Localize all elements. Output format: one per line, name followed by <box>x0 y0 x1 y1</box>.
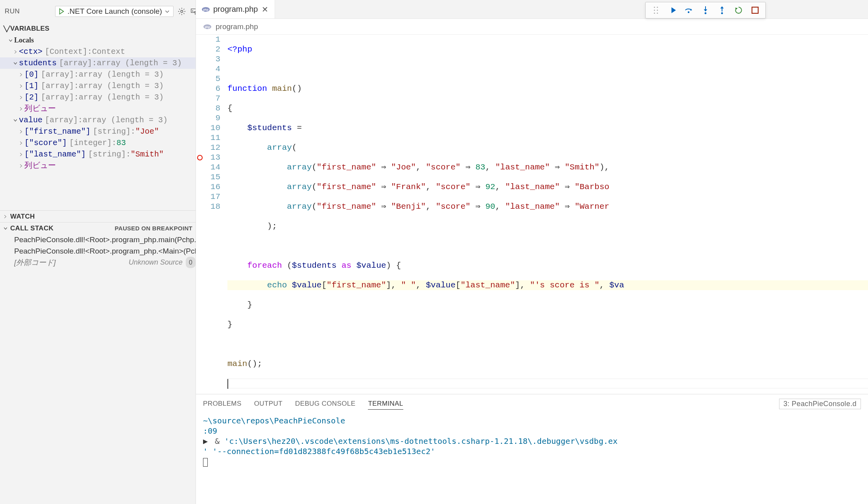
watch-title: WATCH <box>10 213 35 221</box>
chevron-right-icon <box>17 95 24 100</box>
line-number-gutter: 1 2 3 4 5 6 7 8 9 10 11 12 13 14 15 16 1… <box>204 35 227 394</box>
tab-filename: program.php <box>213 5 258 14</box>
var-students-0[interactable]: [0] [array]: array (length = 3) <box>0 69 196 80</box>
var-last-name[interactable]: ["last_name"] [string]: "Smith" <box>0 149 196 160</box>
step-out-icon[interactable] <box>716 4 728 17</box>
chevron-right-icon <box>17 84 24 88</box>
frame-count-badge: 0 <box>186 257 196 268</box>
breakpoint-gutter[interactable] <box>196 35 204 394</box>
var-first-name[interactable]: ["first_name"] [string]: "Joe" <box>0 126 196 137</box>
run-header: RUN .NET Core Launch (console) <box>0 0 196 23</box>
debug-sidebar: RUN .NET Core Launch (console) ╲╱ VARI <box>0 0 196 504</box>
unknown-source-label: Unknown Source <box>129 257 186 268</box>
var-students[interactable]: students [array]: array (length = 3) <box>0 57 196 69</box>
svg-point-7 <box>654 10 655 11</box>
svg-point-5 <box>654 7 655 8</box>
stop-icon[interactable] <box>749 4 761 17</box>
var-column-view-2[interactable]: 列ビュー <box>0 160 196 171</box>
var-value[interactable]: value [array]: array (length = 3) <box>0 114 196 126</box>
chevron-right-icon <box>3 214 10 219</box>
svg-point-13 <box>721 12 723 14</box>
tab-bar: php program.php ✕ <box>196 0 868 19</box>
svg-point-10 <box>657 13 658 14</box>
svg-rect-14 <box>752 7 758 13</box>
step-over-icon[interactable] <box>683 4 695 17</box>
tab-debug-console[interactable]: DEBUG CONSOLE <box>295 398 356 409</box>
terminal-body[interactable]: ~\source\repos\PeachPieConsole :09 ▶ & '… <box>196 413 868 504</box>
chevron-right-icon <box>12 50 19 54</box>
chevron-right-icon <box>17 107 24 111</box>
debug-toolbar[interactable] <box>645 2 766 18</box>
chevron-down-icon[interactable] <box>164 9 170 14</box>
restart-icon[interactable] <box>732 4 745 17</box>
tab-problems[interactable]: PROBLEMS <box>203 398 242 409</box>
callstack-body: PeachPieConsole.dll!<Root>.program_php.m… <box>0 234 196 268</box>
variables-body: Locals <ctx> [Context]: Context students… <box>0 35 196 171</box>
watch-section-header[interactable]: WATCH <box>0 210 196 222</box>
chevron-right-icon <box>17 164 24 168</box>
var-score[interactable]: ["score"] [integer]: 83 <box>0 137 196 149</box>
gear-icon[interactable] <box>177 6 186 17</box>
code-lines[interactable]: <?php function main() { $students = arra… <box>227 35 868 394</box>
stack-frame-0[interactable]: PeachPieConsole.dll!<Root>.program_php.m… <box>14 234 196 245</box>
variables-title: VARIABLES <box>10 25 50 33</box>
locals-scope[interactable]: Locals <box>0 35 196 46</box>
terminal-selector[interactable]: 3: PeachPieConsole.d <box>779 399 861 409</box>
var-ctx[interactable]: <ctx> [Context]: Context <box>0 46 196 57</box>
close-tab-icon[interactable]: ✕ <box>261 5 269 14</box>
locals-label: Locals <box>14 35 34 46</box>
chevron-down-icon <box>7 38 14 43</box>
callstack-section-header[interactable]: CALL STACK PAUSED ON BREAKPOINT <box>0 222 196 234</box>
continue-icon[interactable] <box>666 4 679 17</box>
breadcrumb-file: program.php <box>216 22 258 31</box>
svg-point-6 <box>657 7 658 8</box>
svg-text:php: php <box>203 8 209 11</box>
terminal-cursor <box>203 458 208 467</box>
callstack-status: PAUSED ON BREAKPOINT <box>115 225 192 232</box>
svg-point-11 <box>688 11 689 13</box>
tab-output[interactable]: OUTPUT <box>254 398 283 409</box>
editor-area: php program.php ✕ php program.php <box>196 0 868 504</box>
stack-frame-1[interactable]: PeachPieConsole.dll!<Root>.program_php.<… <box>14 245 196 257</box>
chevron-right-icon <box>17 152 24 157</box>
breakpoint-icon[interactable] <box>197 155 203 160</box>
chevron-down-icon <box>12 61 19 66</box>
chevron-right-icon <box>17 72 24 77</box>
debug-console-icon[interactable] <box>190 6 196 17</box>
var-column-view-1[interactable]: 列ビュー <box>0 103 196 114</box>
launch-config-dropdown[interactable]: .NET Core Launch (console) <box>55 6 173 17</box>
start-debug-icon[interactable] <box>58 8 65 15</box>
grip-icon[interactable] <box>650 4 662 17</box>
step-into-icon[interactable] <box>699 4 712 17</box>
var-students-1[interactable]: [1] [array]: array (length = 3) <box>0 80 196 92</box>
chevron-down-icon <box>12 118 19 123</box>
tab-program-php[interactable]: php program.php ✕ <box>196 0 275 18</box>
svg-point-9 <box>654 13 655 14</box>
callstack-title: CALL STACK <box>10 224 54 232</box>
panel-tabs: PROBLEMS OUTPUT DEBUG CONSOLE TERMINAL 3… <box>196 394 868 413</box>
svg-point-8 <box>657 10 658 11</box>
breadcrumb-bar[interactable]: php program.php <box>196 19 868 35</box>
panel-area: PROBLEMS OUTPUT DEBUG CONSOLE TERMINAL 3… <box>196 394 868 504</box>
variables-section-header[interactable]: ╲╱ VARIABLES <box>0 23 196 35</box>
tab-terminal[interactable]: TERMINAL <box>368 398 403 410</box>
svg-point-12 <box>705 12 707 14</box>
code-editor[interactable]: 1 2 3 4 5 6 7 8 9 10 11 12 13 14 15 16 1… <box>196 35 868 394</box>
php-file-icon: php <box>203 24 212 30</box>
php-file-icon: php <box>201 6 210 13</box>
chevron-right-icon <box>17 129 24 134</box>
chevron-down-icon: ╲╱ <box>3 26 10 32</box>
svg-point-0 <box>181 10 183 13</box>
launch-config-label: .NET Core Launch (console) <box>67 7 162 16</box>
var-students-2[interactable]: [2] [array]: array (length = 3) <box>0 92 196 103</box>
prompt-play-icon: ▶ <box>203 436 210 446</box>
chevron-right-icon <box>17 141 24 145</box>
run-label: RUN <box>5 7 20 15</box>
stack-frame-external[interactable]: [外部コード] Unknown Source 0 <box>14 257 196 268</box>
svg-text:php: php <box>205 26 210 29</box>
chevron-down-icon <box>3 226 10 231</box>
